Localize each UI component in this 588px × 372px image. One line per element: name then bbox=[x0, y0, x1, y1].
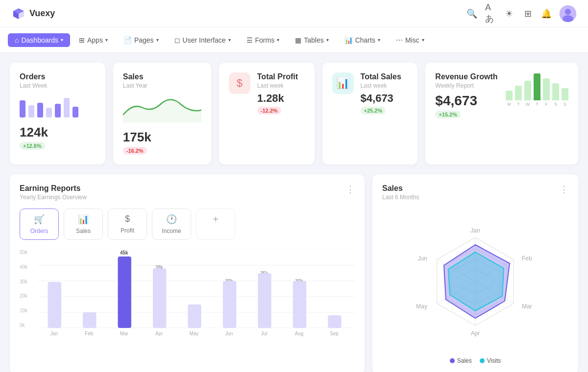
revenue-title: Revenue Growth bbox=[435, 72, 497, 81]
svg-text:Apr: Apr bbox=[155, 331, 163, 336]
nav-forms-label: Forms bbox=[255, 36, 275, 44]
svg-rect-26 bbox=[153, 268, 166, 328]
rev-day-f: F bbox=[545, 102, 548, 107]
cat-tab-income[interactable]: 🕐 Income bbox=[152, 209, 191, 240]
nav-charts-label: Charts bbox=[355, 36, 375, 44]
rev-day-w: W bbox=[526, 102, 530, 107]
rev-day-s1: S bbox=[554, 102, 557, 107]
sales-radar-card: Sales Last 6 Months ⋮ bbox=[372, 174, 578, 372]
cat-tab-orders[interactable]: 🛒 Orders bbox=[20, 209, 59, 240]
nav-pages[interactable]: 📄 Pages ▾ bbox=[117, 33, 166, 47]
legend-sales-dot bbox=[450, 358, 455, 363]
cat-tab-add[interactable]: + bbox=[196, 209, 235, 240]
app-name: Vuexy bbox=[29, 8, 55, 19]
sales-title: Sales bbox=[123, 72, 201, 81]
orders-badge: +12.6% bbox=[20, 142, 45, 150]
total-sales-icon-box: 📊 bbox=[332, 72, 354, 94]
apps-icon: ⊞ bbox=[79, 36, 85, 44]
earning-menu-icon[interactable]: ⋮ bbox=[346, 184, 355, 195]
cat-tab-sales[interactable]: 📊 Sales bbox=[64, 209, 103, 240]
svg-rect-35 bbox=[258, 273, 271, 328]
cart-icon: 🛒 bbox=[34, 214, 45, 225]
svg-rect-17 bbox=[48, 282, 61, 328]
theme-icon[interactable]: ☀ bbox=[504, 8, 514, 19]
nav-apps[interactable]: ⊞ Apps ▾ bbox=[72, 33, 115, 47]
sales-menu-icon[interactable]: ⋮ bbox=[560, 184, 568, 195]
revenue-badge: +15.2% bbox=[435, 111, 461, 118]
main-content: Orders Last Week 124k +12.6% Sales Last … bbox=[0, 53, 588, 372]
legend-visits-dot bbox=[480, 358, 485, 363]
y-label-50k: 50k bbox=[20, 250, 37, 255]
radar-label-mar: Mar bbox=[522, 303, 532, 310]
pages-icon: 📄 bbox=[123, 36, 132, 44]
profit-subtitle: Last week bbox=[257, 82, 305, 89]
profit-icon-box: $ bbox=[229, 72, 250, 94]
header-icons: 🔍 Aあ ☀ ⊞ 🔔 bbox=[466, 5, 576, 22]
total-sales-title: Total Sales bbox=[361, 72, 408, 81]
y-axis: 50k 40k 30k 20k 10k 0k bbox=[20, 250, 37, 328]
earning-reports-card: Earning Reports Yearly Earnings Overview… bbox=[10, 174, 365, 372]
bar-chart-icon: 📊 bbox=[336, 77, 349, 90]
translate-icon[interactable]: Aあ bbox=[485, 8, 496, 19]
profit-dollar-icon: $ bbox=[125, 214, 130, 224]
orders-mini-chart bbox=[20, 93, 83, 117]
y-label-10k: 10k bbox=[20, 308, 37, 313]
nav-ui-label: User Interface bbox=[183, 36, 226, 44]
legend-visits: Visits bbox=[480, 357, 501, 364]
cat-tab-orders-label: Orders bbox=[30, 228, 49, 234]
legend-visits-label: Visits bbox=[487, 357, 501, 364]
sales-sparkline bbox=[123, 93, 201, 122]
svg-rect-4 bbox=[28, 105, 34, 117]
misc-icon: ⋯ bbox=[396, 36, 403, 44]
sales-radar-subtitle: Last 6 Months bbox=[382, 194, 419, 201]
total-sales-badge: +25.2% bbox=[361, 107, 386, 115]
rev-day-s2: S bbox=[564, 102, 566, 107]
nav-charts[interactable]: 📊 Charts ▾ bbox=[338, 33, 387, 47]
bar-chart-container: 50k 40k 30k 20k 10k 0k bbox=[20, 250, 355, 348]
charts-icon: 📊 bbox=[344, 36, 353, 44]
ui-icon: ◻ bbox=[174, 36, 180, 44]
y-label-40k: 40k bbox=[20, 264, 37, 270]
nav-apps-label: Apps bbox=[87, 36, 103, 44]
radar-chart-svg: Jan Feb Mar Apr May Jun bbox=[397, 206, 554, 352]
nav-misc[interactable]: ⋯ Misc ▾ bbox=[389, 33, 431, 47]
svg-text:May: May bbox=[190, 331, 199, 336]
svg-rect-5 bbox=[37, 103, 43, 117]
cat-tab-profit[interactable]: $ Profit bbox=[108, 209, 147, 240]
profit-title: Total Profit bbox=[257, 72, 305, 81]
bar-chart-svg: 28k Jan 10k Feb 45k Mar 38k bbox=[38, 250, 355, 340]
forms-icon: ☰ bbox=[246, 36, 253, 44]
clock-icon: 🕐 bbox=[166, 214, 177, 225]
legend-sales-label: Sales bbox=[457, 357, 472, 364]
nav-forms[interactable]: ☰ Forms ▾ bbox=[240, 33, 287, 47]
cat-tab-sales-label: Sales bbox=[76, 228, 91, 234]
svg-rect-29 bbox=[188, 304, 201, 328]
top-header: Vuexy 🔍 Aあ ☀ ⊞ 🔔 bbox=[0, 0, 588, 27]
nav-tables[interactable]: ▦ Tables ▾ bbox=[288, 33, 335, 47]
nav-dashboards[interactable]: ⌂ Dashboards ▾ bbox=[8, 33, 70, 47]
earning-title: Earning Reports bbox=[20, 184, 87, 193]
top-cards-row: Orders Last Week 124k +12.6% Sales Last … bbox=[10, 63, 578, 164]
sales-card: Sales Last Year 175k -16.2% bbox=[113, 63, 211, 164]
nav-tables-label: Tables bbox=[304, 36, 323, 44]
orders-card: Orders Last Week 124k +12.6% bbox=[10, 63, 105, 164]
orders-value: 124k bbox=[20, 125, 96, 140]
svg-rect-8 bbox=[64, 98, 70, 117]
sales-badge: -16.2% bbox=[123, 147, 147, 155]
grid-icon[interactable]: ⊞ bbox=[522, 8, 533, 19]
notification-icon[interactable]: 🔔 bbox=[541, 8, 552, 19]
revenue-subtitle: Weekly Report bbox=[435, 82, 497, 89]
nav-ui[interactable]: ◻ User Interface ▾ bbox=[168, 33, 238, 47]
pages-chevron: ▾ bbox=[156, 37, 159, 43]
radar-label-jan: Jan bbox=[470, 227, 480, 234]
cat-tab-profit-label: Profit bbox=[121, 227, 134, 234]
ui-chevron: ▾ bbox=[228, 37, 231, 43]
tables-icon: ▦ bbox=[295, 36, 301, 44]
avatar[interactable] bbox=[560, 5, 576, 22]
total-profit-card: $ Total Profit Last week 1.28k -12.2% bbox=[219, 63, 315, 164]
total-sales-amount: $4,673 bbox=[361, 92, 408, 105]
y-label-0k: 0k bbox=[20, 323, 37, 328]
nav-bar: ⌂ Dashboards ▾ ⊞ Apps ▾ 📄 Pages ▾ ◻ User… bbox=[0, 27, 588, 53]
search-icon[interactable]: 🔍 bbox=[466, 8, 477, 19]
nav-dashboards-label: Dashboards bbox=[21, 36, 58, 44]
